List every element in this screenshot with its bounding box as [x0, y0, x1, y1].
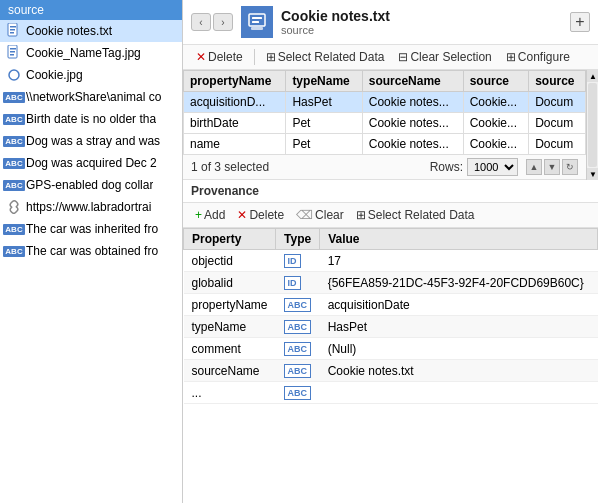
prov-type: ABC: [276, 338, 320, 360]
prov-type: ABC: [276, 294, 320, 316]
table-cell: Cookie...: [463, 113, 528, 134]
prov-property: typeName: [184, 316, 276, 338]
item-icon-dog-acquired: ABC: [6, 155, 22, 171]
prov-property: ...: [184, 382, 276, 404]
table-row[interactable]: birthDatePetCookie notes...Cookie...Docu…: [184, 113, 586, 134]
prov-clear-label: Clear: [315, 208, 344, 222]
prov-row[interactable]: globalidID{56FEA859-21DC-45F3-92F4-20FCD…: [184, 272, 598, 294]
prov-value: [320, 382, 598, 404]
table-section: propertyNametypeNamesourceNamesourcesour…: [183, 70, 586, 155]
provenance-toolbar: + Add ✕ Delete ⌫ Clear ⊞ Select Related …: [183, 203, 598, 228]
left-item-cookie-jpg[interactable]: Cookie.jpg: [0, 64, 182, 86]
scroll-bottom-btn[interactable]: ▼: [587, 168, 598, 180]
svg-rect-12: [251, 27, 263, 30]
main-toolbar: ✕ Delete ⊞ Select Related Data ⊟ Clear S…: [183, 45, 598, 70]
svg-rect-9: [249, 14, 265, 26]
table-cell: Pet: [286, 134, 362, 155]
prov-clear-icon: ⌫: [296, 208, 313, 222]
abc-badge: ABC: [3, 114, 24, 125]
header-title: Cookie notes.txt: [281, 8, 562, 24]
item-label-cookie-jpg: Cookie.jpg: [26, 68, 83, 82]
header-title-block: Cookie notes.txt source: [281, 8, 562, 36]
col-header-source: source: [463, 71, 528, 92]
plus-icon: +: [195, 208, 202, 222]
prov-property: comment: [184, 338, 276, 360]
table-area: propertyNametypeNamesourceNamesourcesour…: [183, 70, 598, 180]
left-item-network-share[interactable]: ABC\\networkShare\animal co: [0, 86, 182, 108]
prov-row[interactable]: propertyNameABCacquisitionDate: [184, 294, 598, 316]
item-icon-gps-collar: ABC: [6, 177, 22, 193]
left-item-gps-collar[interactable]: ABCGPS-enabled dog collar: [0, 174, 182, 196]
scroll-up-btn[interactable]: ▲: [526, 159, 542, 175]
configure-button[interactable]: ⊞ Configure: [501, 48, 575, 66]
left-item-dog-stray[interactable]: ABCDog was a stray and was: [0, 130, 182, 152]
item-label-car-inherited: The car was inherited fro: [26, 222, 158, 236]
prov-value: (Null): [320, 338, 598, 360]
app-container: source Cookie notes.txtCookie_NameTag.jp…: [0, 0, 598, 503]
select-related-button[interactable]: ⊞ Select Related Data: [261, 48, 390, 66]
left-item-cookie-notes-txt[interactable]: Cookie notes.txt: [0, 20, 182, 42]
forward-button[interactable]: ›: [213, 13, 233, 31]
prov-select-related-button[interactable]: ⊞ Select Related Data: [352, 206, 479, 224]
table-row[interactable]: acquisitionD...HasPetCookie notes...Cook…: [184, 92, 586, 113]
select-related-label: Select Related Data: [278, 50, 385, 64]
clear-selection-icon: ⊟: [398, 50, 408, 64]
item-icon-cookie-notes-txt: [6, 23, 22, 39]
configure-icon: ⊞: [506, 50, 516, 64]
left-item-dog-acquired[interactable]: ABCDog was acquired Dec 2: [0, 152, 182, 174]
delete-button[interactable]: ✕ Delete: [191, 48, 248, 66]
table-footer: 1 of 3 selected Rows: 1000 500 2000 ▲ ▼: [183, 155, 586, 180]
prov-delete-button[interactable]: ✕ Delete: [233, 206, 288, 224]
type-badge: ABC: [284, 386, 312, 400]
right-scrollbar: ▲ ▼: [586, 70, 598, 180]
refresh-btn[interactable]: ↻: [562, 159, 578, 175]
table-cell: Docum: [529, 134, 586, 155]
item-icon-labrador-train: [6, 199, 22, 215]
table-cell: birthDate: [184, 113, 286, 134]
item-label-labrador-train: https://www.labradortrai: [26, 200, 151, 214]
prov-add-button[interactable]: + Add: [191, 206, 229, 224]
clear-selection-button[interactable]: ⊟ Clear Selection: [393, 48, 496, 66]
provenance-table-wrap: PropertyTypeValueobjectidID17globalidID{…: [183, 228, 598, 503]
scroll-top-btn[interactable]: ▲: [587, 70, 598, 82]
prov-row[interactable]: typeNameABCHasPet: [184, 316, 598, 338]
item-icon-cookie-nametag-jpg: [6, 45, 22, 61]
item-label-gps-collar: GPS-enabled dog collar: [26, 178, 153, 192]
left-item-car-obtained[interactable]: ABCThe car was obtained fro: [0, 240, 182, 262]
left-item-labrador-train[interactable]: https://www.labradortrai: [0, 196, 182, 218]
prov-add-label: Add: [204, 208, 225, 222]
prov-row[interactable]: ...ABC: [184, 382, 598, 404]
col-header-typename: typeName: [286, 71, 362, 92]
prov-value: acquisitionDate: [320, 294, 598, 316]
item-label-car-obtained: The car was obtained fro: [26, 244, 158, 258]
prov-row[interactable]: objectidID17: [184, 250, 598, 272]
left-item-birth-date[interactable]: ABCBirth date is no older tha: [0, 108, 182, 130]
item-icon-cookie-jpg: [6, 67, 22, 83]
table-cell: name: [184, 134, 286, 155]
prov-row[interactable]: commentABC(Null): [184, 338, 598, 360]
back-button[interactable]: ‹: [191, 13, 211, 31]
prov-row[interactable]: sourceNameABCCookie notes.txt: [184, 360, 598, 382]
table-row[interactable]: namePetCookie notes...Cookie...Docum: [184, 134, 586, 155]
type-badge: ID: [284, 254, 301, 268]
table-cell: Cookie notes...: [362, 134, 463, 155]
svg-rect-6: [10, 51, 15, 53]
clear-selection-label: Clear Selection: [410, 50, 491, 64]
right-panel: ‹ › Cookie notes.txt source + ✕ De: [183, 0, 598, 503]
source-icon: [241, 6, 273, 38]
prov-type: ABC: [276, 360, 320, 382]
rows-select: Rows: 1000 500 2000: [430, 158, 518, 176]
prov-col-header-value: Value: [320, 229, 598, 250]
add-button[interactable]: +: [570, 12, 590, 32]
configure-label: Configure: [518, 50, 570, 64]
abc-badge: ABC: [3, 136, 24, 147]
left-item-car-inherited[interactable]: ABCThe car was inherited fro: [0, 218, 182, 240]
table-cell: Cookie notes...: [362, 92, 463, 113]
prov-col-header-type: Type: [276, 229, 320, 250]
left-item-cookie-nametag-jpg[interactable]: Cookie_NameTag.jpg: [0, 42, 182, 64]
rows-dropdown[interactable]: 1000 500 2000: [467, 158, 518, 176]
prov-clear-button[interactable]: ⌫ Clear: [292, 206, 348, 224]
scroll-down-btn[interactable]: ▼: [544, 159, 560, 175]
header-subtitle: source: [281, 24, 562, 36]
prov-delete-label: Delete: [249, 208, 284, 222]
